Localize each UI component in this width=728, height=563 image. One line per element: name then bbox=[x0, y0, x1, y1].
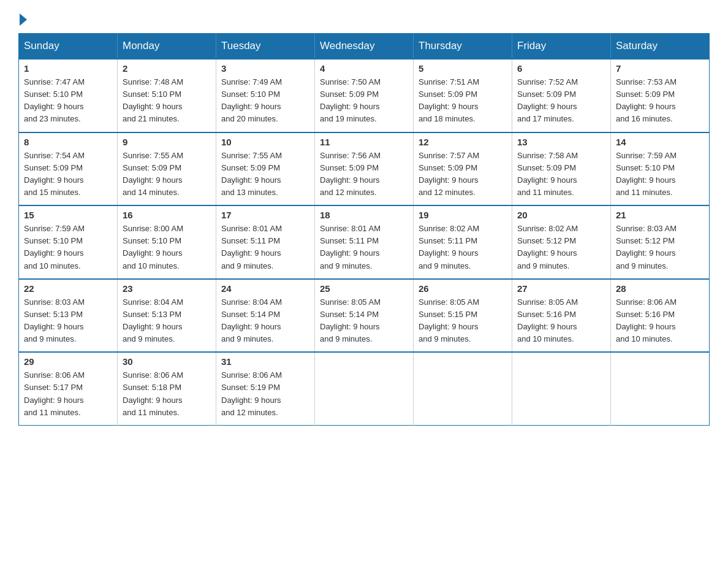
calendar-cell: 30 Sunrise: 8:06 AM Sunset: 5:18 PM Dayl… bbox=[118, 352, 216, 425]
day-number: 20 bbox=[517, 210, 605, 220]
day-number: 27 bbox=[517, 283, 605, 294]
day-info: Sunrise: 7:56 AM Sunset: 5:09 PM Dayligh… bbox=[320, 150, 408, 199]
logo-arrow-icon bbox=[20, 13, 27, 26]
day-number: 4 bbox=[320, 63, 408, 74]
day-number: 9 bbox=[123, 137, 211, 147]
day-info: Sunrise: 7:53 AM Sunset: 5:09 PM Dayligh… bbox=[616, 76, 704, 126]
day-number: 28 bbox=[616, 283, 704, 294]
calendar-week-1: 1 Sunrise: 7:47 AM Sunset: 5:10 PM Dayli… bbox=[19, 59, 710, 132]
day-number: 14 bbox=[616, 137, 704, 147]
day-number: 15 bbox=[24, 210, 112, 220]
day-number: 10 bbox=[221, 137, 309, 147]
day-number: 3 bbox=[221, 63, 309, 74]
calendar-cell bbox=[512, 352, 611, 425]
day-info: Sunrise: 7:55 AM Sunset: 5:09 PM Dayligh… bbox=[221, 150, 309, 199]
day-number: 17 bbox=[221, 210, 309, 220]
calendar-header-row: SundayMondayTuesdayWednesdayThursdayFrid… bbox=[19, 34, 710, 59]
day-number: 24 bbox=[221, 283, 309, 294]
calendar-cell: 11 Sunrise: 7:56 AM Sunset: 5:09 PM Dayl… bbox=[315, 132, 414, 206]
day-info: Sunrise: 7:58 AM Sunset: 5:09 PM Dayligh… bbox=[517, 150, 605, 199]
calendar-table: SundayMondayTuesdayWednesdayThursdayFrid… bbox=[18, 33, 710, 426]
day-info: Sunrise: 8:06 AM Sunset: 5:17 PM Dayligh… bbox=[24, 369, 112, 419]
day-header-thursday: Thursday bbox=[414, 34, 512, 59]
day-number: 2 bbox=[123, 63, 211, 74]
day-number: 11 bbox=[320, 137, 408, 147]
calendar-cell: 24 Sunrise: 8:04 AM Sunset: 5:14 PM Dayl… bbox=[216, 279, 315, 353]
calendar-cell: 4 Sunrise: 7:50 AM Sunset: 5:09 PM Dayli… bbox=[315, 59, 414, 132]
day-number: 26 bbox=[419, 283, 507, 294]
day-number: 25 bbox=[320, 283, 408, 294]
logo bbox=[18, 12, 27, 22]
calendar-cell: 2 Sunrise: 7:48 AM Sunset: 5:10 PM Dayli… bbox=[118, 59, 216, 132]
calendar-cell: 28 Sunrise: 8:06 AM Sunset: 5:16 PM Dayl… bbox=[611, 279, 710, 353]
day-header-tuesday: Tuesday bbox=[216, 34, 315, 59]
day-header-sunday: Sunday bbox=[19, 34, 118, 59]
day-info: Sunrise: 8:03 AM Sunset: 5:12 PM Dayligh… bbox=[616, 223, 704, 272]
day-info: Sunrise: 7:57 AM Sunset: 5:09 PM Dayligh… bbox=[419, 150, 507, 199]
calendar-week-2: 8 Sunrise: 7:54 AM Sunset: 5:09 PM Dayli… bbox=[19, 132, 710, 206]
calendar-cell: 29 Sunrise: 8:06 AM Sunset: 5:17 PM Dayl… bbox=[19, 352, 118, 425]
day-info: Sunrise: 7:59 AM Sunset: 5:10 PM Dayligh… bbox=[24, 223, 112, 272]
day-info: Sunrise: 8:06 AM Sunset: 5:18 PM Dayligh… bbox=[123, 369, 211, 419]
day-info: Sunrise: 7:48 AM Sunset: 5:10 PM Dayligh… bbox=[123, 76, 211, 126]
day-info: Sunrise: 7:50 AM Sunset: 5:09 PM Dayligh… bbox=[320, 76, 408, 126]
calendar-cell: 12 Sunrise: 7:57 AM Sunset: 5:09 PM Dayl… bbox=[414, 132, 512, 206]
day-info: Sunrise: 8:05 AM Sunset: 5:15 PM Dayligh… bbox=[419, 296, 507, 346]
calendar-cell: 5 Sunrise: 7:51 AM Sunset: 5:09 PM Dayli… bbox=[414, 59, 512, 132]
day-info: Sunrise: 8:02 AM Sunset: 5:12 PM Dayligh… bbox=[517, 223, 605, 272]
calendar-cell: 14 Sunrise: 7:59 AM Sunset: 5:10 PM Dayl… bbox=[611, 132, 710, 206]
calendar-cell: 17 Sunrise: 8:01 AM Sunset: 5:11 PM Dayl… bbox=[216, 205, 315, 279]
calendar-cell: 25 Sunrise: 8:05 AM Sunset: 5:14 PM Dayl… bbox=[315, 279, 414, 353]
day-number: 8 bbox=[24, 137, 112, 147]
calendar-cell: 1 Sunrise: 7:47 AM Sunset: 5:10 PM Dayli… bbox=[19, 59, 118, 132]
day-info: Sunrise: 7:51 AM Sunset: 5:09 PM Dayligh… bbox=[419, 76, 507, 126]
calendar-cell: 3 Sunrise: 7:49 AM Sunset: 5:10 PM Dayli… bbox=[216, 59, 315, 132]
calendar-cell: 22 Sunrise: 8:03 AM Sunset: 5:13 PM Dayl… bbox=[19, 279, 118, 353]
day-info: Sunrise: 7:52 AM Sunset: 5:09 PM Dayligh… bbox=[517, 76, 605, 126]
calendar-cell: 21 Sunrise: 8:03 AM Sunset: 5:12 PM Dayl… bbox=[611, 205, 710, 279]
calendar-cell: 19 Sunrise: 8:02 AM Sunset: 5:11 PM Dayl… bbox=[414, 205, 512, 279]
calendar-cell: 7 Sunrise: 7:53 AM Sunset: 5:09 PM Dayli… bbox=[611, 59, 710, 132]
day-number: 7 bbox=[616, 63, 704, 74]
day-info: Sunrise: 8:05 AM Sunset: 5:16 PM Dayligh… bbox=[517, 296, 605, 346]
calendar-cell bbox=[611, 352, 710, 425]
calendar-week-4: 22 Sunrise: 8:03 AM Sunset: 5:13 PM Dayl… bbox=[19, 279, 710, 353]
day-info: Sunrise: 8:06 AM Sunset: 5:19 PM Dayligh… bbox=[221, 369, 309, 419]
day-header-wednesday: Wednesday bbox=[315, 34, 414, 59]
calendar-week-3: 15 Sunrise: 7:59 AM Sunset: 5:10 PM Dayl… bbox=[19, 205, 710, 279]
calendar-cell: 18 Sunrise: 8:01 AM Sunset: 5:11 PM Dayl… bbox=[315, 205, 414, 279]
day-number: 16 bbox=[123, 210, 211, 220]
day-number: 1 bbox=[24, 63, 112, 74]
day-info: Sunrise: 7:47 AM Sunset: 5:10 PM Dayligh… bbox=[24, 76, 112, 126]
calendar-cell: 27 Sunrise: 8:05 AM Sunset: 5:16 PM Dayl… bbox=[512, 279, 611, 353]
day-number: 13 bbox=[517, 137, 605, 147]
day-info: Sunrise: 8:04 AM Sunset: 5:13 PM Dayligh… bbox=[123, 296, 211, 346]
calendar-week-5: 29 Sunrise: 8:06 AM Sunset: 5:17 PM Dayl… bbox=[19, 352, 710, 425]
day-number: 5 bbox=[419, 63, 507, 74]
day-info: Sunrise: 8:04 AM Sunset: 5:14 PM Dayligh… bbox=[221, 296, 309, 346]
day-number: 6 bbox=[517, 63, 605, 74]
calendar-cell: 10 Sunrise: 7:55 AM Sunset: 5:09 PM Dayl… bbox=[216, 132, 315, 206]
day-info: Sunrise: 8:00 AM Sunset: 5:10 PM Dayligh… bbox=[123, 223, 211, 272]
day-number: 19 bbox=[419, 210, 507, 220]
calendar-cell bbox=[414, 352, 512, 425]
page-header bbox=[18, 12, 710, 22]
day-number: 21 bbox=[616, 210, 704, 220]
day-header-saturday: Saturday bbox=[611, 34, 710, 59]
calendar-cell bbox=[315, 352, 414, 425]
day-info: Sunrise: 8:06 AM Sunset: 5:16 PM Dayligh… bbox=[616, 296, 704, 346]
day-number: 29 bbox=[24, 356, 112, 367]
day-info: Sunrise: 7:55 AM Sunset: 5:09 PM Dayligh… bbox=[123, 150, 211, 199]
day-info: Sunrise: 8:03 AM Sunset: 5:13 PM Dayligh… bbox=[24, 296, 112, 346]
day-header-monday: Monday bbox=[118, 34, 216, 59]
calendar-cell: 23 Sunrise: 8:04 AM Sunset: 5:13 PM Dayl… bbox=[118, 279, 216, 353]
calendar-cell: 9 Sunrise: 7:55 AM Sunset: 5:09 PM Dayli… bbox=[118, 132, 216, 206]
calendar-cell: 20 Sunrise: 8:02 AM Sunset: 5:12 PM Dayl… bbox=[512, 205, 611, 279]
day-number: 22 bbox=[24, 283, 112, 294]
day-info: Sunrise: 8:01 AM Sunset: 5:11 PM Dayligh… bbox=[320, 223, 408, 272]
calendar-cell: 15 Sunrise: 7:59 AM Sunset: 5:10 PM Dayl… bbox=[19, 205, 118, 279]
day-number: 12 bbox=[419, 137, 507, 147]
day-number: 18 bbox=[320, 210, 408, 220]
day-number: 30 bbox=[123, 356, 211, 367]
day-info: Sunrise: 8:02 AM Sunset: 5:11 PM Dayligh… bbox=[419, 223, 507, 272]
